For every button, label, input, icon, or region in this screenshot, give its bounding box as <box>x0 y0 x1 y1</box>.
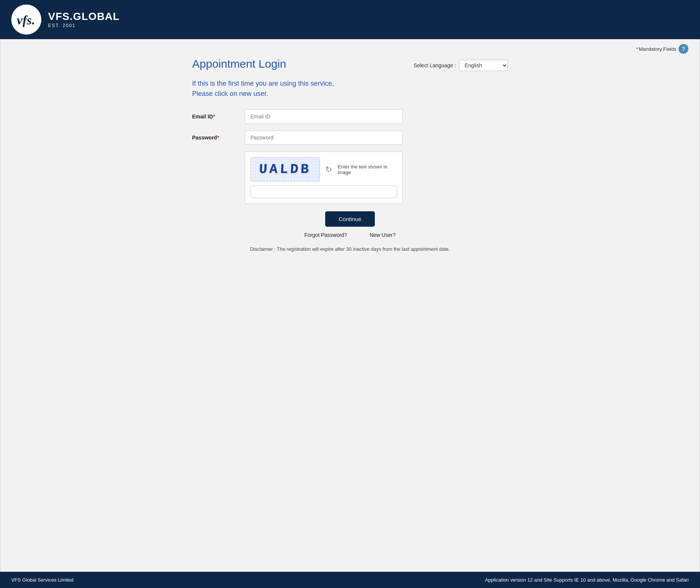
title-row: Appointment Login Select Language : Engl… <box>192 58 508 71</box>
continue-button[interactable]: Continue <box>325 211 375 227</box>
footer-left: VFS Global Services Limited <box>11 577 73 583</box>
refresh-icon[interactable]: ↻ <box>324 164 334 175</box>
disclaimer: Disclaimer : The registration will expir… <box>192 246 508 253</box>
mandatory-star: * <box>636 46 638 52</box>
captcha-top-row: UALDB ↻ Enter the text shown in image <box>250 157 397 182</box>
captcha-text: UALDB <box>259 162 311 177</box>
language-label: Select Language : <box>414 62 456 68</box>
email-label: Email ID* <box>192 114 245 120</box>
mandatory-label: *Mandatory Fields <box>636 46 676 52</box>
captcha-image: UALDB <box>250 157 320 182</box>
forgot-password-link[interactable]: Forgot Password? <box>305 232 347 238</box>
email-group: Email ID* <box>192 109 508 124</box>
main-content: *Mandatory Fields ? Appointment Login Se… <box>0 39 700 572</box>
button-row: Continue <box>192 211 508 227</box>
brand-name: VFS.GLOBAL <box>48 11 120 23</box>
mandatory-bar: *Mandatory Fields ? <box>0 39 700 54</box>
new-user-link[interactable]: New User? <box>370 232 395 238</box>
page-title: Appointment Login <box>192 58 286 70</box>
email-input[interactable] <box>245 109 403 124</box>
language-select[interactable]: English French Spanish Arabic <box>459 60 508 71</box>
captcha-input[interactable] <box>250 185 397 198</box>
captcha-section: UALDB ↻ Enter the text shown in image <box>245 152 508 204</box>
password-required: * <box>217 135 219 141</box>
footer: VFS Global Services Limited Application … <box>0 572 700 588</box>
email-required: * <box>213 114 215 120</box>
svg-text:vfs.: vfs. <box>17 13 35 27</box>
login-container: Appointment Login Select Language : Engl… <box>181 58 519 268</box>
help-icon[interactable]: ? <box>679 44 688 54</box>
captcha-instruction: Enter the text shown in image <box>338 164 397 175</box>
links-row: Forgot Password? New User? <box>192 232 508 238</box>
captcha-box: UALDB ↻ Enter the text shown in image <box>245 152 403 204</box>
password-group: Password* <box>192 130 508 145</box>
brand-sub: EST. 2001 <box>48 23 120 28</box>
logo-svg: vfs. <box>16 12 36 27</box>
password-label: Password* <box>192 135 245 141</box>
header: vfs. VFS.GLOBAL EST. 2001 <box>0 0 700 39</box>
password-input[interactable] <box>245 130 403 145</box>
logo: vfs. <box>11 5 41 35</box>
footer-right: Application version 12 and Site Supports… <box>485 577 689 583</box>
brand-text: VFS.GLOBAL EST. 2001 <box>48 11 120 29</box>
subtitle: If this is the first time you are using … <box>192 79 508 99</box>
language-row: Select Language : English French Spanish… <box>414 60 508 71</box>
